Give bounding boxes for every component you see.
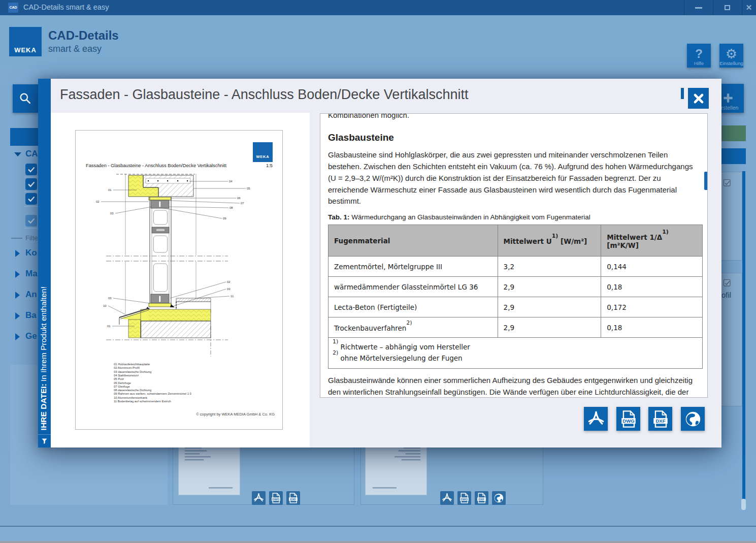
svg-text:03: 03: [110, 212, 114, 215]
window-close-button[interactable]: ✕: [742, 0, 756, 15]
web-download-icon[interactable]: [492, 491, 506, 505]
chevron-right-icon[interactable]: [15, 292, 20, 299]
svg-text:02: 02: [96, 200, 100, 203]
svg-text:02: 02: [227, 280, 231, 283]
dwg-download-icon[interactable]: DWG: [269, 491, 283, 505]
table-footnote-row: 1) Richtwerte – abhängig vom Hersteller …: [328, 338, 703, 369]
your-file-stripe: IHRE DATEI: In Ihrem Produkt enthalten!: [38, 79, 51, 448]
page-scrollbar-thumb[interactable]: [741, 499, 746, 510]
clipped-paragraph: Kombinationen möglich.: [328, 113, 696, 121]
cell-r: 0,18: [601, 317, 703, 338]
help-label: Hilfe: [694, 60, 704, 68]
sidebar-checkbox-2[interactable]: [25, 178, 37, 190]
sidebar-group-5[interactable]: Ge: [25, 331, 37, 341]
dialog-close-button[interactable]: [688, 88, 709, 109]
table-caption: Tab. 1: Wärmedurchgang an Glasbausteinwä…: [328, 213, 696, 221]
detail-dialog: IHRE DATEI: In Ihrem Produkt enthalten! …: [38, 79, 721, 448]
cell-material: Lecta-Beton (Fertigteile): [328, 297, 498, 317]
svg-text:01 Holzwolleleichtbauplatte: 01 Holzwolleleichtbauplatte: [114, 363, 150, 366]
fugenmaterial-table: Fugenmaterial Mittelwert U1) [W/m²] Mitt…: [328, 225, 703, 369]
dxf-download-button[interactable]: DXF: [648, 407, 672, 431]
cell-u: 3,2: [498, 257, 601, 277]
svg-text:07 Gleitfuge: 07 Gleitfuge: [114, 385, 130, 388]
dxf-download-icon[interactable]: DXF: [475, 491, 488, 505]
sidebar-group-3[interactable]: An: [25, 290, 37, 300]
table-row: wärmedämmender Glassteinmörtel LG 36 2,9…: [328, 277, 703, 297]
check-icon: [27, 216, 36, 226]
svg-text:10 Aluminiumfensterbank: 10 Aluminiumfensterbank: [114, 396, 147, 399]
blue-status-block: [718, 148, 746, 164]
cad-drawing: WEKA Fassaden - Glasbausteine - Anschlus…: [76, 131, 282, 429]
svg-text:1:5: 1:5: [266, 163, 273, 168]
table-row: Zementmörtel, Mörtelgruppe III 3,2 0,144: [328, 257, 703, 277]
profile-label-fragment: ofil: [721, 291, 731, 299]
svg-text:05: 05: [247, 187, 250, 190]
maximize-button[interactable]: [713, 0, 742, 15]
pdf-download-icon[interactable]: [252, 491, 266, 505]
search-icon: [17, 90, 34, 107]
svg-text:DXF: DXF: [479, 498, 485, 501]
dwg-download-icon[interactable]: DWG: [457, 491, 471, 505]
cell-r: 0,172: [601, 297, 703, 317]
detail-text-panel[interactable]: Kombinationen möglich. Glasbausteine Gla…: [320, 113, 708, 398]
cell-r: 0,18: [601, 277, 703, 297]
svg-text:DWG: DWG: [622, 418, 634, 423]
cell-u: 2,9: [498, 297, 601, 317]
svg-text:© copyright by WEKA MEDIA GmbH: © copyright by WEKA MEDIA GmbH & Co. KG: [196, 412, 275, 417]
cell-u: 2,9: [498, 277, 601, 297]
window-titlebar: CAD CAD-Details smart & easy ✕: [0, 0, 756, 15]
web-download-button[interactable]: [681, 407, 705, 431]
close-icon: [693, 92, 705, 105]
svg-text:DWG: DWG: [272, 498, 280, 501]
sidebar-group-2[interactable]: Ma: [25, 269, 38, 279]
table-row: Trockenbauverfahren2) 2,9 0,18: [328, 317, 703, 338]
gear-icon: ⚙: [726, 47, 737, 60]
chevron-right-icon[interactable]: [15, 271, 20, 278]
question-icon: ?: [695, 47, 703, 60]
stripe-pin-icon: [38, 434, 51, 448]
paragraph-2: Glasbausteinwände können einer sommerlic…: [328, 375, 696, 398]
svg-text:DXF: DXF: [655, 418, 665, 423]
svg-text:WEKA: WEKA: [256, 154, 269, 159]
footnote-1: 1) Richtwerte – abhängig vom Hersteller: [333, 341, 697, 352]
green-status-block: [718, 125, 746, 141]
dwg-download-button[interactable]: DWG: [616, 407, 640, 431]
pdf-download-button[interactable]: [584, 407, 608, 431]
column-header-material: Fugenmaterial: [328, 225, 498, 257]
svg-text:08: 08: [229, 206, 233, 209]
dxf-download-icon[interactable]: DXF: [286, 491, 300, 505]
checked-checkbox-icon[interactable]: [721, 277, 733, 289]
panel-scrollbar-thumb[interactable]: [704, 172, 708, 190]
column-header-r-value: Mittelwert 1/Δ1) [m²K/W]: [601, 225, 703, 257]
sidebar-checkbox-1[interactable]: [25, 164, 37, 175]
checked-checkbox-icon[interactable]: [721, 177, 733, 188]
page-scrollbar[interactable]: [742, 171, 745, 500]
minimize-button[interactable]: [684, 0, 713, 15]
svg-text:09 Rahmen aus steifem, schwind: 09 Rahmen aus steifem, schwindarmem Zeme…: [114, 392, 192, 395]
minimize-icon: [695, 7, 702, 9]
sidebar-group-1[interactable]: Ko: [25, 248, 37, 258]
svg-text:07: 07: [241, 202, 244, 205]
chevron-right-icon[interactable]: [15, 312, 20, 320]
help-button[interactable]: ? Hilfe: [687, 44, 711, 68]
column-header-u-value: Mittelwert U1) [W/m²]: [498, 225, 601, 257]
svg-text:11 Bodenbelag auf schwimmendem: 11 Bodenbelag auf schwimmendem Estrich: [114, 400, 171, 403]
pdf-icon: [585, 408, 607, 430]
pdf-download-icon[interactable]: [440, 491, 454, 505]
check-icon: [27, 165, 36, 174]
settings-button[interactable]: ⚙ Einstellung: [719, 44, 743, 68]
svg-text:03: 03: [108, 297, 112, 300]
sidebar-category-label[interactable]: CA: [25, 149, 38, 159]
search-button[interactable]: [13, 84, 38, 113]
table-caption-text: Wärmedurchgang an Glasbausteinwänden in …: [350, 213, 590, 221]
chevron-down-icon[interactable]: [14, 152, 21, 156]
sidebar-checkbox-3[interactable]: [25, 193, 37, 205]
svg-text:02 Aluminium-Profil: 02 Aluminium-Profil: [114, 366, 140, 369]
chevron-right-icon[interactable]: [15, 333, 20, 340]
check-icon: [27, 195, 36, 204]
settings-label: Einstellung: [719, 60, 743, 68]
drawing-sheet: WEKA Fassaden - Glasbausteine - Anschlus…: [75, 130, 283, 430]
chevron-right-icon[interactable]: [15, 250, 20, 257]
cell-material: Zementmörtel, Mörtelgruppe III: [328, 257, 498, 277]
sidebar-group-4[interactable]: Ba: [25, 310, 37, 321]
